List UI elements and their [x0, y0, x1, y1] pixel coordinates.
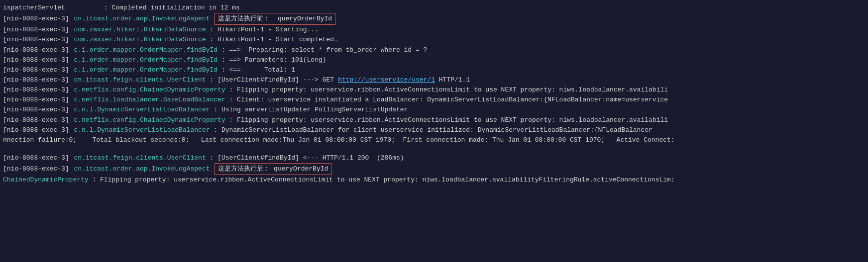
log-spacing: : Completed initialization in 12 ms — [65, 3, 240, 13]
log-line: [nio-8088-exec-3] c.n.l.DynamicServerLis… — [0, 125, 868, 135]
log-logger: cn.itcast.order.aop.InvokeLogAspect — [74, 14, 210, 24]
log-logger: com.zaxxer.hikari.HikariDataSource — [74, 35, 206, 45]
log-msg: : Client: userservice instantiated a Loa… — [225, 95, 668, 105]
log-sep: : <== Total: 1 — [217, 65, 295, 75]
log-msg: : [UserClient#findById] <--- HTTP/1.1 20… — [206, 153, 404, 163]
log-logger: cn.itcast.feign.clients.UserClient — [74, 75, 206, 85]
log-line: ispatcherServlet : Completed initializat… — [0, 3, 868, 13]
log-thread: [nio-8088-exec-3] — [3, 115, 73, 125]
log-thread: [nio-8088-exec-3] — [3, 85, 73, 95]
log-logger: cn.itcast.order.aop.InvokeLogAspect — [74, 164, 210, 174]
log-line: [nio-8088-exec-3] cn.itcast.feign.client… — [0, 75, 868, 85]
log-logger: com.zaxxer.hikari.HikariDataSource — [74, 25, 206, 35]
log-sep: : ==> Preparing: select * from tb_order … — [217, 45, 427, 55]
log-thread: [nio-8088-exec-3] — [3, 35, 73, 45]
log-thread: [nio-8088-exec-3] — [3, 125, 73, 135]
log-msg: : Flipping property: userservice.ribbon.… — [225, 115, 668, 125]
log-line: [nio-8088-exec-3] cn.itcast.order.aop.In… — [0, 163, 868, 175]
log-thread: [nio-8088-exec-3] — [3, 14, 73, 24]
log-line: [nio-8088-exec-3] c.i.order.mapper.Order… — [0, 45, 868, 55]
blank-line — [0, 145, 868, 153]
log-line: [nio-8088-exec-3] c.netflix.config.Chain… — [0, 85, 868, 95]
log-continuation: nnection failure:0; Total blackout secon… — [3, 135, 675, 145]
log-msg: : Flipping property: userservice.ribbon.… — [225, 85, 668, 95]
log-highlight: 这是方法执行前： queryOrderById — [215, 13, 335, 25]
log-thread: [nio-8088-exec-3] — [3, 65, 73, 75]
log-container: ispatcherServlet : Completed initializat… — [0, 2, 868, 186]
log-line: [nio-8088-exec-3] cn.itcast.order.aop.In… — [0, 13, 868, 25]
log-line: nnection failure:0; Total blackout secon… — [0, 135, 868, 145]
log-logger: c.netflix.loadbalancer.BaseLoadBalancer — [74, 95, 225, 105]
log-footer-logger: ChainedDynamicProperty — [3, 175, 89, 185]
log-prefix: ispatcherServlet — [3, 3, 65, 13]
log-thread: [nio-8088-exec-3] — [3, 45, 73, 55]
log-line: [nio-8088-exec-3] c.n.l.DynamicServerLis… — [0, 105, 868, 115]
log-line: [nio-8088-exec-3] c.i.order.mapper.Order… — [0, 55, 868, 65]
log-sep: : HikariPool-1 - Start completed. — [206, 35, 338, 45]
log-sep — [210, 164, 214, 174]
log-line: [nio-8088-exec-3] c.netflix.config.Chain… — [0, 115, 868, 125]
log-thread: [nio-8088-exec-3] — [3, 153, 73, 163]
log-logger: c.netflix.config.ChainedDynamicProperty — [74, 115, 225, 125]
log-thread: [nio-8088-exec-3] — [3, 164, 73, 174]
log-logger: c.n.l.DynamicServerListLoadBalancer — [74, 105, 210, 115]
log-thread: [nio-8088-exec-3] — [3, 105, 73, 115]
log-logger: c.i.order.mapper.OrderMapper.findById — [74, 65, 217, 75]
log-msg: HTTP/1.1 — [435, 75, 470, 85]
log-logger: cn.itcast.feign.clients.UserClient — [74, 153, 206, 163]
log-msg: : Using serverListUpdater PollingServerL… — [210, 105, 408, 115]
log-logger: c.i.order.mapper.OrderMapper.findById — [74, 55, 217, 65]
log-line: [nio-8088-exec-3] c.netflix.loadbalancer… — [0, 95, 868, 105]
log-logger: c.i.order.mapper.OrderMapper.findById — [74, 45, 217, 55]
log-thread: [nio-8088-exec-3] — [3, 55, 73, 65]
log-thread: [nio-8088-exec-3] — [3, 95, 73, 105]
log-line-footer: ChainedDynamicProperty : Flipping proper… — [0, 175, 868, 185]
log-line: [nio-8088-exec-3] c.i.order.mapper.Order… — [0, 65, 868, 75]
log-msg: : DynamicServerListLoadBalancer for clie… — [210, 125, 652, 135]
log-footer-msg: : Flipping property: userservice.ribbon.… — [89, 175, 675, 185]
log-line: [nio-8088-exec-3] cn.itcast.feign.client… — [0, 153, 868, 163]
log-logger: c.netflix.config.ChainedDynamicProperty — [74, 85, 225, 95]
log-line: [nio-8088-exec-3] com.zaxxer.hikari.Hika… — [0, 25, 868, 35]
log-link[interactable]: http://userservice/user/1 — [338, 75, 435, 85]
log-thread: [nio-8088-exec-3] — [3, 25, 73, 35]
log-sep: : [UserClient#findById] ---> GET — [206, 75, 338, 85]
log-logger: c.n.l.DynamicServerListLoadBalancer — [74, 125, 210, 135]
log-sep: : HikariPool-1 - Starting... — [206, 25, 319, 35]
log-sep: : ==> Parameters: 101(Long) — [217, 55, 326, 65]
log-thread: [nio-8088-exec-3] — [3, 75, 73, 85]
log-highlight-after: 这是方法执行后： queryOrderById — [215, 163, 331, 175]
log-line: [nio-8088-exec-3] com.zaxxer.hikari.Hika… — [0, 35, 868, 45]
log-sep — [210, 14, 214, 24]
